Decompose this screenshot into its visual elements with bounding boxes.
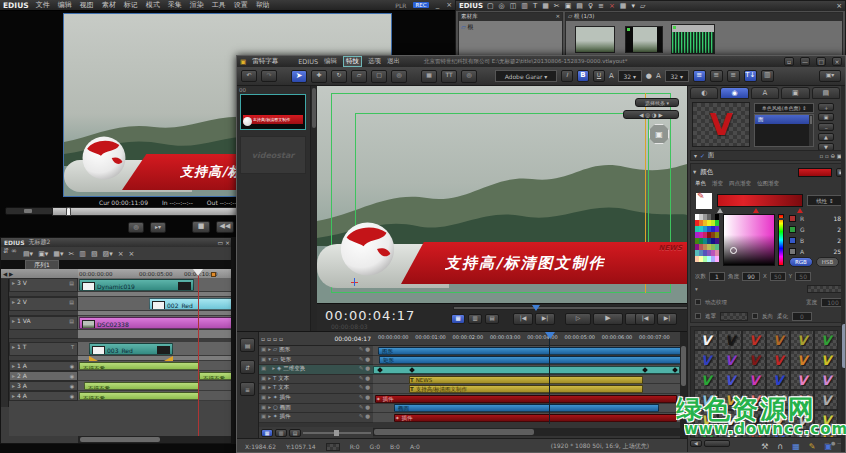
style-preset[interactable]: V <box>814 350 838 370</box>
timeline-bar-插件[interactable]: ✦ 插件 <box>375 395 677 403</box>
palette-swatch[interactable] <box>715 256 719 262</box>
layer-add-button[interactable]: ＋ <box>818 103 834 111</box>
layer-remove-button[interactable]: － <box>818 123 834 131</box>
underline-button[interactable]: U <box>593 70 605 82</box>
add-clip-icon[interactable]: ▥ <box>521 2 528 10</box>
zoom-slider[interactable] <box>303 432 371 434</box>
play-button[interactable]: ▶ <box>593 313 623 325</box>
tool-pen-icon[interactable]: ✎ <box>809 442 816 451</box>
move-tool[interactable]: ✚ <box>311 70 327 83</box>
clip-不得不爱[interactable]: 不得不爱 <box>79 392 199 400</box>
tool-box-icon[interactable]: ▣ <box>824 442 832 451</box>
transition-mark[interactable] <box>164 356 173 361</box>
face-check-icon[interactable]: ✓ <box>700 152 705 159</box>
titler-playhead-handle[interactable] <box>545 332 555 339</box>
dynamic-texture-checkbox[interactable] <box>695 299 701 305</box>
style-preset[interactable]: V <box>718 350 742 370</box>
menu-item[interactable]: 模式 <box>146 0 160 10</box>
color-tab-gradient[interactable]: 渐变 <box>712 180 723 190</box>
paste-icon[interactable]: ▧ <box>91 250 98 258</box>
layer-list-scrollbar[interactable] <box>809 115 813 146</box>
search-button[interactable]: ◎ <box>128 222 144 233</box>
current-color-swatch[interactable] <box>798 168 832 177</box>
titler-menu-exit[interactable]: 退出 <box>387 57 400 66</box>
timeline-hscrollbar[interactable] <box>78 436 232 443</box>
collapse-icon[interactable]: ▾ <box>695 286 698 292</box>
clip-不得不爱[interactable]: 不得不爱 <box>84 382 199 390</box>
menu-item[interactable]: 帮助 <box>256 0 270 10</box>
track-view-b[interactable]: ▥ <box>275 429 287 437</box>
gradient-bar[interactable] <box>717 194 803 207</box>
globe-graphic[interactable] <box>339 218 396 280</box>
object-track-插件[interactable]: ▣▸✦插件✎ ● <box>259 394 373 404</box>
gradient-stop[interactable] <box>753 208 759 213</box>
hue-slider[interactable] <box>778 214 784 266</box>
track-view-a[interactable]: ▦ <box>261 429 273 437</box>
track-header-3V[interactable]: ▸ 3 V▤ <box>9 278 78 292</box>
object-track-插件[interactable]: ▣▸✦插件✎ ● <box>259 413 373 423</box>
track-header-3A[interactable]: ▸ 3 A◉ <box>9 381 78 391</box>
panel-vscrollbar[interactable] <box>841 86 846 453</box>
delete-out-icon[interactable]: × <box>129 250 135 258</box>
import-icon[interactable]: ≡ <box>598 2 604 10</box>
char-size-select[interactable]: 32 ▾ <box>665 70 689 82</box>
titler-min-button[interactable]: — <box>800 57 810 66</box>
close-button[interactable]: × <box>446 1 452 9</box>
style-preset[interactable]: V <box>742 330 766 350</box>
prev-key-button[interactable]: |◀ <box>635 313 655 325</box>
timeline-bar-插件[interactable]: ✦ 插件 <box>394 414 677 422</box>
minimize-button[interactable]: _ <box>436 1 440 9</box>
track-header-4A[interactable]: ▸ 4 A◉ <box>9 391 78 401</box>
timeline-bar-NEWS[interactable]: T NEWS <box>409 376 643 384</box>
menu-item[interactable]: 文件 <box>36 0 50 10</box>
titler-ruler[interactable]: 00:00:00:0000:00:01:0000:00:02:0000:00:0… <box>373 332 680 346</box>
layer-list[interactable]: 面 <box>754 114 814 147</box>
color-tab-4point[interactable]: 四点渐变 <box>729 180 751 190</box>
align-center-button[interactable]: ≡ <box>710 70 723 82</box>
title-banner[interactable]: NEWS 支持高/标清图文制作 <box>401 242 687 284</box>
bin-folder-close-icon[interactable]: × <box>555 13 560 21</box>
style-preset[interactable]: V <box>694 330 718 350</box>
titler-menu-options[interactable]: 选项 <box>368 57 381 66</box>
add-title-icon[interactable]: T <box>533 2 537 10</box>
menu-item[interactable]: 设置 <box>234 0 248 10</box>
clip-不得不爱[interactable]: 不得不爱 <box>199 372 232 380</box>
folder-view-icon[interactable]: ▱ <box>640 2 645 10</box>
wrap-button[interactable]: ▥ <box>761 70 774 82</box>
object-track-图形[interactable]: ▣▸▱图形✎ ● <box>259 346 373 356</box>
next-key-button[interactable]: ▶| <box>657 313 677 325</box>
bin-clip-image[interactable] <box>575 26 615 53</box>
mask-swatch[interactable] <box>720 312 748 321</box>
select-tool[interactable]: ➤ <box>291 70 307 83</box>
cut-icon[interactable]: ✂ <box>554 2 560 10</box>
sv-picker[interactable] <box>723 214 775 266</box>
style-type-select[interactable]: 单色风格(单色面) ⇕ <box>754 103 814 113</box>
new-icon[interactable]: ▤▾ <box>23 250 33 258</box>
bin-clip-video[interactable] <box>625 26 663 53</box>
style-preset[interactable]: V <box>814 370 838 390</box>
timeline-marker[interactable] <box>211 272 216 277</box>
track-header-1A[interactable]: ▸ 1 A◉ <box>9 361 78 371</box>
tab-object[interactable]: ◉ <box>720 87 748 99</box>
style-preset[interactable]: V <box>790 330 814 350</box>
gradient-mode-select[interactable]: 线性 ⇕ <box>807 195 843 206</box>
menu-item[interactable]: 采集 <box>168 0 182 10</box>
undo-icon[interactable]: ↶ <box>241 70 257 82</box>
capture-icon[interactable]: ▨▾ <box>103 250 113 258</box>
object-track-文本[interactable]: ▣▸T文本✎ ● <box>259 375 373 385</box>
transition-mark[interactable] <box>89 356 98 361</box>
menu-item[interactable]: 标记 <box>124 0 138 10</box>
style-preset[interactable]: V <box>742 350 766 370</box>
invert-checkbox[interactable] <box>752 313 758 319</box>
style-preset[interactable]: V <box>790 350 814 370</box>
soften-input[interactable]: 0 <box>792 312 812 321</box>
track-view-c[interactable]: ▤ <box>289 429 301 437</box>
clip-DSC02338[interactable]: DSC02338 <box>79 317 232 329</box>
gradient-stop[interactable] <box>717 208 723 213</box>
rgb-mode-button[interactable]: RGB <box>789 257 813 267</box>
rewind-button[interactable]: ◀◀ <box>216 221 234 233</box>
dropdown-icon[interactable]: ▾ <box>631 2 635 10</box>
titler-pin-button[interactable]: ▫ <box>784 57 794 66</box>
preview-mode-c[interactable]: ▤ <box>485 314 499 324</box>
capture-icon[interactable]: ◫ <box>510 2 517 10</box>
